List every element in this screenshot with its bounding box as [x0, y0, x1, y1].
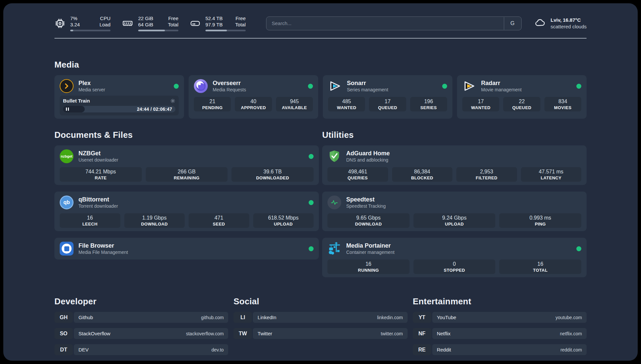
- app-name: qBittorrent: [78, 196, 118, 203]
- stat-blocked: 86,384 BLOCKED: [392, 167, 453, 182]
- link-name: LinkedIn: [258, 315, 276, 320]
- stat-pending: 21 PENDING: [194, 97, 231, 111]
- weather-condition: scattered clouds: [551, 23, 587, 30]
- link-abbr: LI: [233, 312, 252, 323]
- status-dot: [309, 200, 314, 205]
- stat-approved: 40 APPROVED: [235, 97, 272, 111]
- stat-total: 16 TOTAL: [499, 259, 581, 274]
- section-title-social: Social: [233, 296, 407, 307]
- app-name: NZBGet: [78, 150, 118, 157]
- link-abbr: TW: [233, 328, 252, 339]
- plex-card[interactable]: Plex Media server Bullet Train: [54, 75, 184, 119]
- stat-queued: 17 QUEUED: [369, 97, 406, 111]
- link-linkedin[interactable]: LI LinkedIn linkedin.com: [233, 312, 407, 323]
- stat-download: 9.65 Gbps DOWNLOAD: [327, 213, 410, 228]
- link-url: youtube.com: [556, 315, 582, 320]
- link-name: StackOverflow: [78, 331, 110, 336]
- stat-download: 1.19 Gbps DOWNLOAD: [124, 213, 185, 228]
- status-dot: [309, 154, 314, 159]
- cpu-icon: [54, 18, 66, 29]
- stat-downloaded: 39.6 TB DOWNLOADED: [231, 167, 314, 182]
- link-name: Netflix: [437, 331, 451, 336]
- nzbget-icon: nzbget: [60, 149, 74, 163]
- app-name: Speedtest: [346, 196, 386, 203]
- link-name: DEV: [78, 347, 89, 352]
- stat-filtered: 2,953 FILTERED: [456, 167, 517, 182]
- link-youtube[interactable]: YT YouTube youtube.com: [413, 312, 587, 323]
- overseerr-card[interactable]: Overseerr Media Requests 21 PENDING 40 A…: [189, 75, 318, 119]
- link-dev[interactable]: DT DEV dev.to: [54, 344, 228, 355]
- app-name: Radarr: [481, 79, 522, 87]
- utilities-column: Utilities AdGuard Home: [322, 130, 587, 277]
- memory-progressbar: [138, 30, 178, 31]
- qbittorrent-card[interactable]: qb qBittorrent Torrent downloader 16 LEE…: [54, 192, 319, 231]
- plex-icon: [60, 79, 74, 93]
- memory-total-value: 64 GiB: [138, 21, 153, 28]
- link-github[interactable]: GH Github github.com: [54, 312, 228, 323]
- section-title-developer: Developer: [54, 296, 228, 307]
- header-divider: [54, 38, 587, 39]
- status-dot: [309, 246, 314, 251]
- adguard-card[interactable]: AdGuard Home DNS and adblocking 498,461 …: [322, 145, 587, 185]
- section-title-utilities: Utilities: [322, 130, 587, 140]
- link-netflix[interactable]: NF Netflix netflix.com: [413, 328, 587, 339]
- app-subtitle: Media server: [78, 87, 105, 93]
- link-url: stackoverflow.com: [186, 331, 224, 336]
- stat-latency: 47.571 ms LATENCY: [521, 167, 582, 182]
- stat-running: 16 RUNNING: [327, 259, 410, 274]
- stat-wanted: 17 WANTED: [462, 97, 499, 111]
- filebrowser-icon: [60, 242, 74, 256]
- filebrowser-card[interactable]: File Browser Media File Management: [54, 238, 319, 259]
- app-name: AdGuard Home: [346, 150, 390, 157]
- link-url: linkedin.com: [377, 315, 403, 320]
- speedtest-card[interactable]: Speedtest Speedtest Tracking 9.65 Gbps D…: [322, 192, 587, 231]
- link-abbr: SO: [54, 328, 73, 339]
- stat-upload: 618.52 Mbps UPLOAD: [253, 213, 314, 228]
- memory-stat-widget: 22 GiB 64 GiB Free Total: [122, 15, 178, 31]
- portainer-card[interactable]: Media Portainer Container management 16 …: [322, 238, 587, 277]
- search-input[interactable]: [266, 16, 522, 30]
- status-dot: [576, 84, 581, 89]
- app-name: Media Portainer: [346, 242, 394, 249]
- link-reddit[interactable]: RE Reddit reddit.com: [413, 344, 587, 355]
- social-section: Social LI LinkedIn linkedin.com TW Twitt…: [233, 296, 407, 355]
- qbittorrent-icon: qb: [60, 196, 74, 209]
- link-stackoverflow[interactable]: SO StackOverflow stackoverflow.com: [54, 328, 228, 339]
- nzbget-card[interactable]: nzbget NZBGet Usenet downloader 744.21 M…: [54, 145, 319, 185]
- stat-stopped: 0 STOPPED: [413, 259, 496, 274]
- stat-leech: 16 LEECH: [60, 213, 120, 228]
- disk-label-top: Free: [235, 15, 246, 21]
- header: 7% 3.24 CPU Load: [54, 3, 587, 31]
- documents-column: Documents & Files nzbget NZBGet Usenet d…: [54, 130, 319, 277]
- developer-section: Developer GH Github github.com SO StackO…: [54, 296, 228, 355]
- cpu-stat-widget: 7% 3.24 CPU Load: [54, 15, 110, 31]
- app-subtitle: Media Requests: [213, 87, 246, 93]
- cpu-label-bottom: Load: [100, 21, 110, 28]
- search-engine-button[interactable]: G: [504, 17, 521, 30]
- link-url: twitter.com: [381, 331, 403, 336]
- pause-icon[interactable]: [66, 107, 69, 111]
- cpu-percent: 7%: [70, 15, 80, 21]
- app-subtitle: Media File Management: [78, 249, 128, 255]
- playback-time: 24:44 / 02:06:47: [137, 106, 172, 112]
- stat-series: 196 SERIES: [410, 97, 447, 111]
- entertainment-section: Entertainment YT YouTube youtube.com NF …: [413, 296, 587, 355]
- link-twitter[interactable]: TW Twitter twitter.com: [233, 328, 407, 339]
- status-dot: [442, 84, 447, 89]
- memory-free-value: 22 GiB: [138, 15, 153, 21]
- gear-icon[interactable]: [170, 98, 175, 104]
- plex-now-playing: Bullet Train 24:44 / 02:06:47: [60, 96, 179, 115]
- radarr-card[interactable]: Radarr Movie management 17 WANTED 22 QUE…: [457, 75, 587, 119]
- app-name: Sonarr: [347, 79, 388, 87]
- app-subtitle: Movie management: [481, 87, 522, 93]
- weather-widget[interactable]: Lviv, 16.87°C scattered clouds: [534, 17, 587, 30]
- stat-wanted: 485 WANTED: [328, 97, 365, 111]
- adguard-icon: [327, 149, 341, 163]
- link-name: Github: [78, 315, 93, 320]
- sonarr-card[interactable]: Sonarr Series management 485 WANTED 17 Q…: [323, 75, 452, 119]
- weather-location: Lviv, 16.87°C: [551, 17, 587, 23]
- app-name: Plex: [78, 79, 105, 87]
- cpu-label-top: CPU: [100, 15, 110, 21]
- playback-progressbar[interactable]: 24:44 / 02:06:47: [63, 106, 175, 112]
- app-subtitle: Torrent downloader: [78, 203, 118, 209]
